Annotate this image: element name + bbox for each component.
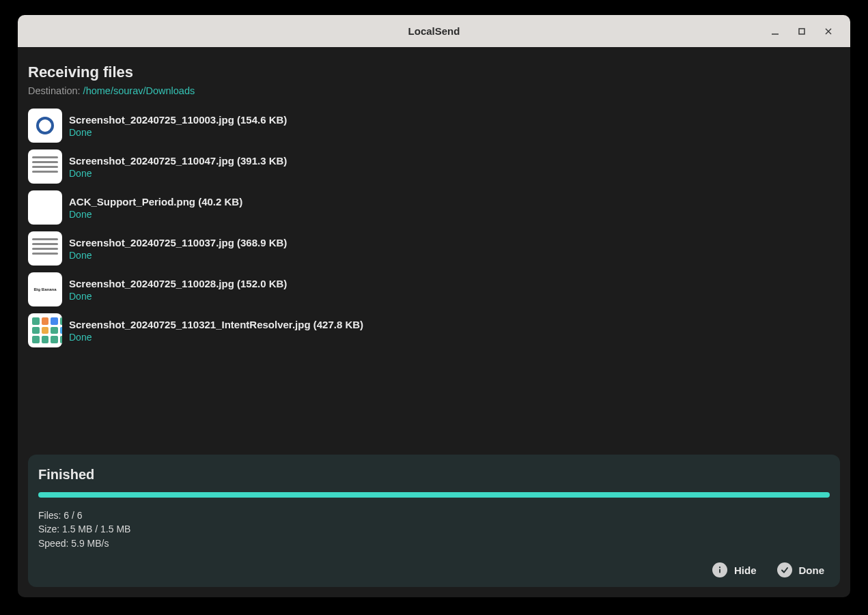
stat-files: Files: 6 / 6 (38, 509, 830, 522)
done-button[interactable]: Done (777, 562, 825, 577)
file-info: Screenshot_20240725_110047.jpg (391.3 KB… (69, 155, 287, 179)
hide-label: Hide (734, 564, 757, 576)
file-row[interactable]: Big BananaScreenshot_20240725_110028.jpg… (28, 272, 840, 306)
file-info: Screenshot_20240725_110037.jpg (368.9 KB… (69, 237, 287, 261)
file-thumbnail (28, 313, 62, 347)
destination-label: Destination: (28, 85, 83, 96)
svg-point-4 (719, 567, 720, 568)
file-status: Done (69, 332, 363, 343)
stat-size: Size: 1.5 MB / 1.5 MB (38, 522, 830, 536)
summary-title: Finished (38, 467, 830, 483)
minimize-button[interactable] (767, 23, 783, 40)
file-thumbnail (28, 190, 62, 225)
file-row[interactable]: Screenshot_20240725_110321_IntentResolve… (28, 313, 840, 347)
file-row[interactable]: Screenshot_20240725_110003.jpg (154.6 KB… (28, 109, 840, 143)
file-info: Screenshot_20240725_110028.jpg (152.0 KB… (69, 278, 287, 302)
maximize-button[interactable] (794, 23, 810, 40)
file-info: ACK_Support_Period.png (40.2 KB)Done (69, 196, 242, 220)
file-name: Screenshot_20240725_110003.jpg (154.6 KB… (69, 114, 287, 126)
file-status: Done (69, 291, 287, 302)
file-name: ACK_Support_Period.png (40.2 KB) (69, 196, 242, 208)
destination-line: Destination: /home/sourav/Downloads (28, 85, 840, 96)
file-thumbnail (28, 231, 62, 266)
file-name: Screenshot_20240725_110028.jpg (152.0 KB… (69, 278, 287, 289)
file-info: Screenshot_20240725_110003.jpg (154.6 KB… (69, 114, 287, 138)
file-thumbnail: Big Banana (28, 272, 62, 306)
summary-actions: Hide Done (38, 562, 830, 577)
hide-button[interactable]: Hide (712, 562, 757, 577)
file-row[interactable]: ACK_Support_Period.png (40.2 KB)Done (28, 190, 840, 225)
svg-rect-1 (799, 29, 804, 34)
stat-speed: Speed: 5.9 MB/s (38, 537, 830, 550)
summary-panel: Finished Files: 6 / 6 Size: 1.5 MB / 1.5… (28, 455, 840, 587)
file-name: Screenshot_20240725_110047.jpg (391.3 KB… (69, 155, 287, 167)
info-icon (712, 562, 727, 577)
titlebar: LocalSend (18, 15, 850, 47)
file-status: Done (69, 127, 287, 138)
window-controls (767, 15, 845, 47)
file-info: Screenshot_20240725_110321_IntentResolve… (69, 319, 363, 343)
check-circle-icon (777, 562, 792, 577)
content-area: Receiving files Destination: /home/soura… (18, 47, 850, 597)
progress-bar (38, 492, 830, 498)
close-button[interactable] (820, 23, 837, 40)
file-list: Screenshot_20240725_110003.jpg (154.6 KB… (28, 109, 840, 347)
svg-rect-5 (719, 569, 720, 573)
page-title: Receiving files (28, 63, 840, 81)
file-name: Screenshot_20240725_110037.jpg (368.9 KB… (69, 237, 287, 248)
app-window: LocalSend Receiving files Destination: /… (18, 15, 850, 597)
file-name: Screenshot_20240725_110321_IntentResolve… (69, 319, 363, 330)
file-status: Done (69, 209, 242, 220)
file-thumbnail (28, 109, 62, 143)
file-status: Done (69, 250, 287, 261)
file-thumbnail (28, 149, 62, 184)
destination-path[interactable]: /home/sourav/Downloads (83, 85, 195, 96)
file-row[interactable]: Screenshot_20240725_110047.jpg (391.3 KB… (28, 149, 840, 184)
done-label: Done (799, 564, 825, 576)
file-status: Done (69, 168, 287, 179)
file-row[interactable]: Screenshot_20240725_110037.jpg (368.9 KB… (28, 231, 840, 266)
window-title: LocalSend (408, 25, 460, 37)
